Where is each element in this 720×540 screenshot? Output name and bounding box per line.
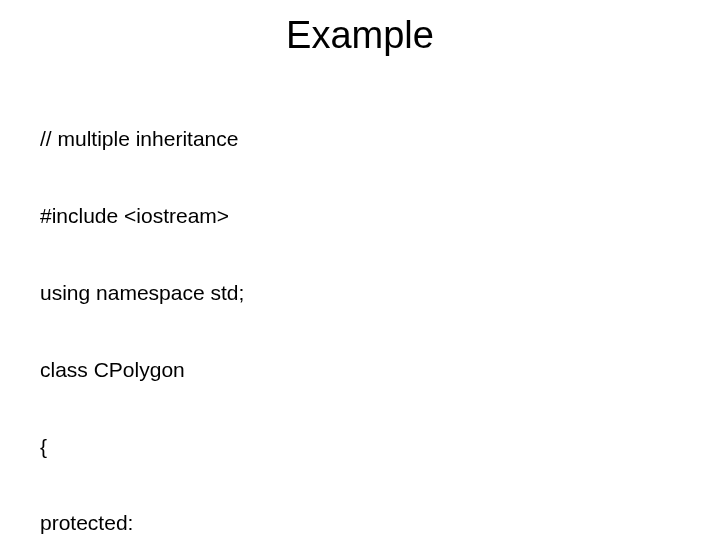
code-line: { [40, 434, 720, 460]
code-line: #include <iostream> [40, 203, 720, 229]
slide-title: Example [0, 14, 720, 57]
code-line: protected: [40, 510, 720, 536]
code-line: class CPolygon [40, 357, 720, 383]
code-block: // multiple inheritance #include <iostre… [0, 75, 720, 540]
slide: Example // multiple inheritance #include… [0, 0, 720, 540]
code-line: // multiple inheritance [40, 126, 720, 152]
code-line: using namespace std; [40, 280, 720, 306]
